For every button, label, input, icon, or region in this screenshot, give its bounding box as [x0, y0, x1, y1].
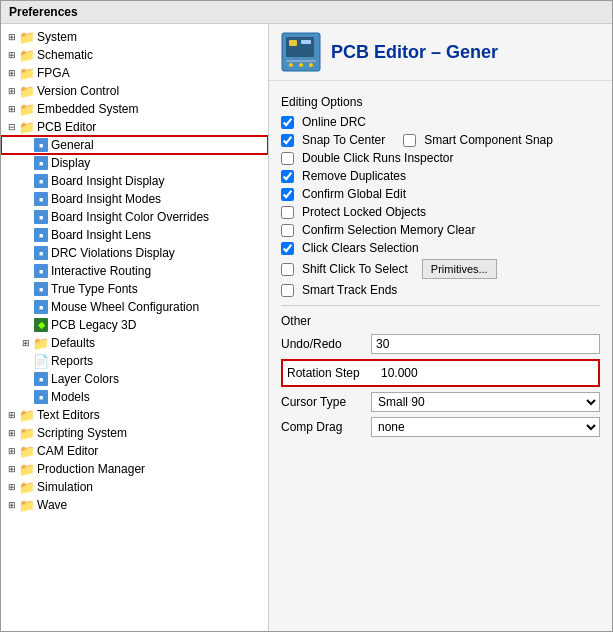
pcb-icon-board-insight-modes: ■ [33, 191, 49, 207]
sidebar-label-interactive-routing: Interactive Routing [51, 264, 151, 278]
sidebar-label-board-insight-modes: Board Insight Modes [51, 192, 161, 206]
rotation-step-row: Rotation Step [281, 359, 600, 387]
remove-duplicates-checkbox[interactable] [281, 170, 294, 183]
panel-header: PCB Editor – Gener [269, 24, 612, 81]
sidebar-label-board-insight-lens: Board Insight Lens [51, 228, 151, 242]
sidebar-label-layer-colors: Layer Colors [51, 372, 119, 386]
double-click-inspector-row: Double Click Runs Inspector [281, 151, 600, 165]
window-title: Preferences [9, 5, 78, 19]
sidebar-item-system[interactable]: ⊞ 📁 System [1, 28, 268, 46]
sidebar-label-system: System [37, 30, 77, 44]
pcb-icon-layer-colors: ■ [33, 371, 49, 387]
sidebar-label-simulation: Simulation [37, 480, 93, 494]
undo-redo-input[interactable] [371, 334, 600, 354]
expander-wave: ⊞ [5, 498, 19, 512]
sidebar-item-board-insight-modes[interactable]: ⊞ ■ Board Insight Modes [1, 190, 268, 208]
sidebar-label-true-type-fonts: True Type Fonts [51, 282, 138, 296]
title-bar: Preferences [1, 1, 612, 24]
shift-click-to-select-label: Shift Click To Select [302, 262, 408, 276]
rotation-step-input[interactable] [377, 363, 594, 383]
sidebar-item-drc-violations-display[interactable]: ⊞ ■ DRC Violations Display [1, 244, 268, 262]
sidebar-label-general: General [51, 138, 94, 152]
snap-to-center-label: Snap To Center [302, 133, 385, 147]
folder-icon-wave: 📁 [19, 497, 35, 513]
smart-track-ends-checkbox[interactable] [281, 284, 294, 297]
sidebar-item-simulation[interactable]: ⊞ 📁 Simulation [1, 478, 268, 496]
smart-component-snap-label: Smart Component Snap [424, 133, 553, 147]
protect-locked-objects-row: Protect Locked Objects [281, 205, 600, 219]
sidebar-item-cam-editor[interactable]: ⊞ 📁 CAM Editor [1, 442, 268, 460]
sidebar-item-board-insight-lens[interactable]: ⊞ ■ Board Insight Lens [1, 226, 268, 244]
expander-scripting-system: ⊞ [5, 426, 19, 440]
sidebar-label-board-insight-display: Board Insight Display [51, 174, 164, 188]
sidebar-label-reports: Reports [51, 354, 93, 368]
pcb-icon-drc-violations-display: ■ [33, 245, 49, 261]
svg-rect-2 [289, 40, 297, 46]
sidebar-item-text-editors[interactable]: ⊞ 📁 Text Editors [1, 406, 268, 424]
folder-icon-defaults: 📁 [33, 335, 49, 351]
online-drc-checkbox[interactable] [281, 116, 294, 129]
sidebar-item-wave[interactable]: ⊞ 📁 Wave [1, 496, 268, 514]
sidebar-item-pcb-legacy-3d[interactable]: ⊞ ◆ PCB Legacy 3D [1, 316, 268, 334]
double-click-inspector-label: Double Click Runs Inspector [302, 151, 453, 165]
sidebar-item-scripting-system[interactable]: ⊞ 📁 Scripting System [1, 424, 268, 442]
sidebar-item-schematic[interactable]: ⊞ 📁 Schematic [1, 46, 268, 64]
smart-track-ends-label: Smart Track Ends [302, 283, 397, 297]
confirm-selection-memory-clear-label: Confirm Selection Memory Clear [302, 223, 475, 237]
sidebar-item-general[interactable]: ⊞ ■ General [1, 136, 268, 154]
sidebar-item-interactive-routing[interactable]: ⊞ ■ Interactive Routing [1, 262, 268, 280]
sidebar-label-display: Display [51, 156, 90, 170]
snap-to-center-checkbox[interactable] [281, 134, 294, 147]
shift-click-to-select-checkbox[interactable] [281, 263, 294, 276]
folder-icon-embedded-system: 📁 [19, 101, 35, 117]
pcb-icon-pcb-legacy-3d: ◆ [33, 317, 49, 333]
snap-center-row: Snap To Center Smart Component Snap [281, 133, 600, 147]
sidebar-label-version-control: Version Control [37, 84, 119, 98]
folder-icon-cam-editor: 📁 [19, 443, 35, 459]
expander-text-editors: ⊞ [5, 408, 19, 422]
sidebar-item-embedded-system[interactable]: ⊞ 📁 Embedded System [1, 100, 268, 118]
sidebar-item-board-insight-display[interactable]: ⊞ ■ Board Insight Display [1, 172, 268, 190]
expander-schematic: ⊞ [5, 48, 19, 62]
sidebar-item-true-type-fonts[interactable]: ⊞ ■ True Type Fonts [1, 280, 268, 298]
confirm-selection-memory-clear-checkbox[interactable] [281, 224, 294, 237]
editing-options-title: Editing Options [281, 95, 600, 109]
confirm-global-edit-checkbox[interactable] [281, 188, 294, 201]
sidebar-item-display[interactable]: ⊞ ■ Display [1, 154, 268, 172]
sidebar-item-reports[interactable]: ⊞ 📄 Reports [1, 352, 268, 370]
click-clears-selection-checkbox[interactable] [281, 242, 294, 255]
sidebar-item-models[interactable]: ⊞ ■ Models [1, 388, 268, 406]
confirm-selection-memory-clear-row: Confirm Selection Memory Clear [281, 223, 600, 237]
comp-drag-label: Comp Drag [281, 420, 371, 434]
protect-locked-objects-checkbox[interactable] [281, 206, 294, 219]
remove-duplicates-row: Remove Duplicates [281, 169, 600, 183]
sidebar-item-fpga[interactable]: ⊞ 📁 FPGA [1, 64, 268, 82]
svg-point-7 [309, 63, 313, 67]
sidebar-item-pcb-editor[interactable]: ⊟ 📁 PCB Editor [1, 118, 268, 136]
sidebar-item-version-control[interactable]: ⊞ 📁 Version Control [1, 82, 268, 100]
sidebar-item-board-insight-color-overrides[interactable]: ⊞ ■ Board Insight Color Overrides [1, 208, 268, 226]
primitives-button[interactable]: Primitives... [422, 259, 497, 279]
sidebar-label-pcb-editor: PCB Editor [37, 120, 96, 134]
undo-redo-label: Undo/Redo [281, 337, 371, 351]
folder-icon-fpga: 📁 [19, 65, 35, 81]
sidebar-item-defaults[interactable]: ⊞ 📁 Defaults [1, 334, 268, 352]
cursor-type-select[interactable]: Small 90 Large 90 Small 45 Large 45 [371, 392, 600, 412]
sidebar-item-mouse-wheel-configuration[interactable]: ⊞ ■ Mouse Wheel Configuration [1, 298, 268, 316]
folder-icon-schematic: 📁 [19, 47, 35, 63]
smart-component-snap-checkbox[interactable] [403, 134, 416, 147]
sidebar-item-production-manager[interactable]: ⊞ 📁 Production Manager [1, 460, 268, 478]
shift-click-to-select-row: Shift Click To Select Primitives... [281, 259, 600, 279]
comp-drag-select[interactable]: none Connected Tracks [371, 417, 600, 437]
expander-pcb-editor: ⊟ [5, 120, 19, 134]
undo-redo-row: Undo/Redo [281, 334, 600, 354]
sidebar-label-drc-violations-display: DRC Violations Display [51, 246, 175, 260]
rotation-step-label: Rotation Step [287, 366, 377, 380]
sidebar-item-layer-colors[interactable]: ⊞ ■ Layer Colors [1, 370, 268, 388]
double-click-inspector-checkbox[interactable] [281, 152, 294, 165]
pcb-icon-board-insight-lens: ■ [33, 227, 49, 243]
main-panel: PCB Editor – Gener Editing Options Onlin… [269, 24, 612, 631]
sidebar-label-wave: Wave [37, 498, 67, 512]
sidebar-label-defaults: Defaults [51, 336, 95, 350]
folder-icon-version-control: 📁 [19, 83, 35, 99]
